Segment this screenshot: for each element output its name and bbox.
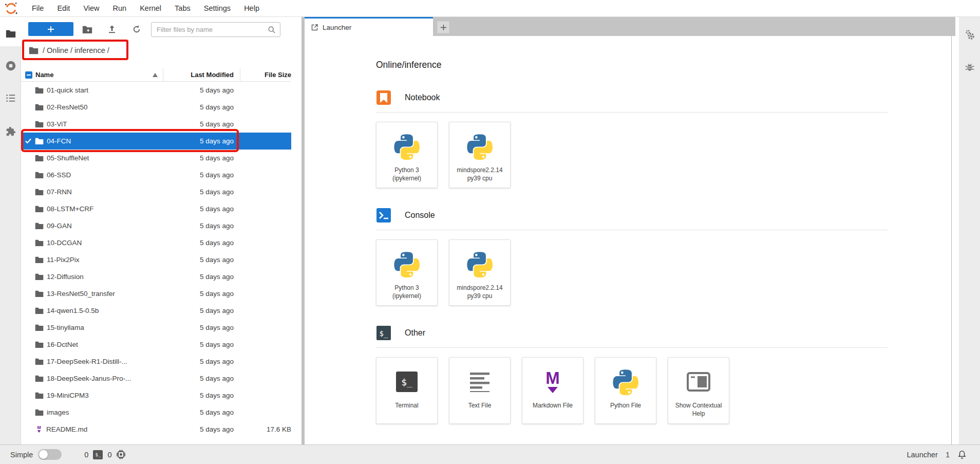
table-row[interactable]: 16-DctNet5 days ago xyxy=(21,336,291,353)
file-modified: 5 days ago xyxy=(163,256,240,264)
upload-icon[interactable] xyxy=(105,23,119,36)
file-list-header: Name Last Modified File Size xyxy=(21,68,291,82)
table-row[interactable]: images5 days ago xyxy=(21,404,291,421)
tab-launcher[interactable]: Launcher xyxy=(305,17,433,36)
table-row[interactable]: 11-Pix2Pix5 days ago xyxy=(21,251,291,268)
folder-icon xyxy=(35,307,44,314)
table-row[interactable]: 06-SSD5 days ago xyxy=(21,166,291,183)
new-folder-icon[interactable] xyxy=(81,23,94,36)
launcher-card[interactable]: Python 3 (ipykernel) xyxy=(376,122,438,188)
svg-text:$_: $_ xyxy=(380,329,388,338)
table-row[interactable]: 01-quick start5 days ago xyxy=(21,82,291,99)
table-row[interactable]: 05-ShuffleNet5 days ago xyxy=(21,150,291,166)
launcher-card[interactable]: mindspore2.2.14 py39 cpu xyxy=(449,122,511,188)
card-label: mindspore2.2.14 py39 cpu xyxy=(453,166,507,182)
status-left: Simple 0 $_ 0 xyxy=(10,449,126,460)
section-label: Console xyxy=(405,211,435,220)
file-name: 13-ResNet50_transfer xyxy=(47,290,163,298)
running-sessions-icon[interactable] xyxy=(0,55,21,76)
menu-item-kernel[interactable]: Kernel xyxy=(133,1,168,15)
table-row[interactable]: 12-Diffusion5 days ago xyxy=(21,268,291,285)
table-row[interactable]: 14-qwen1.5-0.5b5 days ago xyxy=(21,302,291,319)
plus-icon xyxy=(440,24,447,31)
menu-item-run[interactable]: Run xyxy=(106,1,134,15)
new-tab-button[interactable] xyxy=(437,21,449,33)
simple-mode-label: Simple xyxy=(10,451,33,459)
file-name: 11-Pix2Pix xyxy=(47,256,163,264)
table-row[interactable]: 19-MiniCPM35 days ago xyxy=(21,387,291,404)
section-label: Notebook xyxy=(405,93,440,102)
bell-icon[interactable] xyxy=(957,450,967,459)
table-row[interactable]: 08-LSTM+CRF5 days ago xyxy=(21,200,291,217)
launcher-card[interactable]: Show Contextual Help xyxy=(668,357,729,423)
select-all-checkbox[interactable] xyxy=(25,71,32,79)
launcher-card[interactable]: mindspore2.2.14 py39 cpu xyxy=(449,239,511,306)
new-launcher-button[interactable] xyxy=(28,22,73,36)
current-activity-label[interactable]: Launcher xyxy=(907,451,937,459)
file-modified: 5 days ago xyxy=(163,120,240,128)
menu-item-edit[interactable]: Edit xyxy=(50,1,77,15)
launcher-card[interactable]: $_Terminal xyxy=(376,357,438,423)
menu-item-view[interactable]: View xyxy=(77,1,106,15)
python-icon xyxy=(393,248,420,280)
card-label: Python 3 (ipykernel) xyxy=(380,166,434,182)
file-browser-icon[interactable] xyxy=(0,23,21,44)
file-name: images xyxy=(47,409,163,416)
breadcrumb-path[interactable]: / Online / inference / xyxy=(43,46,109,54)
launcher-sections: Notebook Python 3 (ipykernel) mindspore2… xyxy=(376,90,951,424)
tab-bar: Launcher xyxy=(305,17,955,36)
card-label: Terminal xyxy=(395,402,418,410)
name-column-label: Name xyxy=(35,71,53,79)
file-modified: 5 days ago xyxy=(163,222,240,230)
menu-item-settings[interactable]: Settings xyxy=(197,1,237,15)
debugger-bug-icon[interactable] xyxy=(959,57,980,78)
simple-mode-toggle[interactable] xyxy=(38,449,62,460)
column-header-size[interactable]: File Size xyxy=(240,68,291,81)
section-header: Notebook xyxy=(376,90,888,105)
status-right: Launcher 1 xyxy=(907,450,967,459)
launcher-content: Online/inference Notebook Python 3 (ipyk… xyxy=(305,36,952,444)
terminal-icon: $_ xyxy=(394,366,420,398)
markdown-file-icon: M xyxy=(35,425,43,434)
table-row[interactable]: 15-tinyllama5 days ago xyxy=(21,319,291,336)
console-section-icon xyxy=(376,208,391,223)
table-row[interactable]: 04-FCN5 days ago xyxy=(21,133,291,150)
folder-icon xyxy=(35,324,44,331)
breadcrumb[interactable]: / Online / inference / xyxy=(21,42,109,59)
kernel-status[interactable]: 0 $_ 0 xyxy=(84,450,126,459)
file-name: 02-ResNet50 xyxy=(47,103,163,111)
table-row[interactable]: 18-DeepSeek-Janus-Pro-...5 days ago xyxy=(21,370,291,387)
column-header-name[interactable]: Name xyxy=(35,71,163,79)
toggle-knob xyxy=(39,450,48,459)
terminal-count: 0 xyxy=(84,451,88,459)
table-row[interactable]: 13-ResNet50_transfer5 days ago xyxy=(21,285,291,302)
file-name: 08-LSTM+CRF xyxy=(47,205,163,213)
file-name: 07-RNN xyxy=(47,188,163,196)
table-row[interactable]: 09-GAN5 days ago xyxy=(21,217,291,234)
launcher-title: Online/inference xyxy=(376,60,951,70)
column-header-modified[interactable]: Last Modified xyxy=(163,68,240,81)
menu-item-help[interactable]: Help xyxy=(237,1,266,15)
filter-files-input[interactable] xyxy=(152,26,268,33)
file-name: 03-ViT xyxy=(47,120,163,128)
table-row[interactable]: 07-RNN5 days ago xyxy=(21,183,291,200)
card-label: Python 3 (ipykernel) xyxy=(380,284,434,300)
table-row[interactable]: 17-DeepSeek-R1-Distill-...5 days ago xyxy=(21,353,291,370)
extension-manager-icon[interactable] xyxy=(0,121,21,142)
table-row[interactable]: MREADME.md5 days ago17.6 KB xyxy=(21,421,291,438)
launcher-card[interactable]: Text File xyxy=(449,357,511,423)
launcher-card[interactable]: MMarkdown File xyxy=(522,357,583,423)
card-label: Markdown File xyxy=(533,402,573,410)
refresh-icon[interactable] xyxy=(130,23,143,36)
launcher-card[interactable]: Python 3 (ipykernel) xyxy=(376,239,438,306)
table-row[interactable]: 03-ViT5 days ago xyxy=(21,116,291,133)
file-modified: 5 days ago xyxy=(163,205,240,213)
launcher-card[interactable]: Python File xyxy=(595,357,656,423)
menu-item-file[interactable]: File xyxy=(25,1,50,15)
table-row[interactable]: 10-DCGAN5 days ago xyxy=(21,234,291,251)
table-row[interactable]: 02-ResNet505 days ago xyxy=(21,99,291,116)
menu-item-tabs[interactable]: Tabs xyxy=(168,1,197,15)
folder-icon xyxy=(35,375,44,382)
property-inspector-icon[interactable] xyxy=(959,25,980,45)
table-of-contents-icon[interactable] xyxy=(0,88,21,108)
